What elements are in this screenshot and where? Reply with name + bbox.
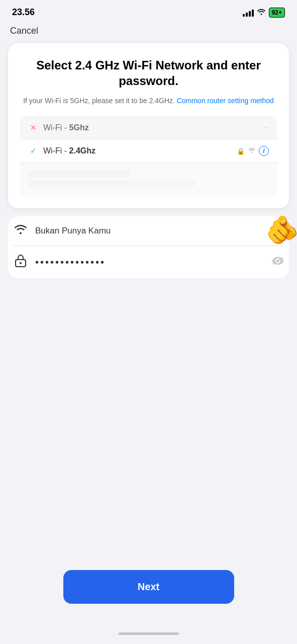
network-status-x-icon: ✕ [28,123,38,132]
status-bar: 23.56 92+ [0,0,297,22]
status-time: 23.56 [12,7,35,18]
network-item-2-4ghz[interactable]: ✓ Wi-Fi - 2.4Ghz 🔒 i [20,139,277,163]
network-lock-icon: 🔒 [237,147,245,155]
swap-icon[interactable]: ⇄ [276,225,284,236]
placeholder-row-short [28,170,131,177]
signal-bars-icon [243,9,254,17]
page-wrapper: 23.56 92+ Cancel [0,0,297,644]
status-icons: 92+ [243,8,285,18]
wifi-field-icon [13,224,28,237]
placeholder-row-long [28,180,195,187]
password-toggle-icon[interactable] [272,257,284,268]
network-icons-2-4ghz: 🔒 i [237,146,269,156]
router-setting-link[interactable]: Common router setting method [177,97,274,105]
network-more-icon: ⋯ [261,123,269,132]
cancel-button[interactable]: Cancel [10,24,38,38]
network-name-2-4ghz: Wi-Fi - 2.4Ghz [43,146,232,155]
network-icons-5ghz: ⋯ [261,123,269,132]
wifi-field-value: Bukan Punya Kamu [35,226,284,236]
network-name-5ghz: Wi-Fi - 5Ghz [43,123,256,132]
cancel-row: Cancel [0,22,297,43]
fields-card: Bukan Punya Kamu 🫵 ⇄ •••••••••••••• [8,216,289,278]
card-subtitle: If your Wi-Fi is 5GHz, please set it to … [20,96,277,106]
network-wifi-icon [248,147,256,155]
battery-indicator: 92+ [269,8,285,18]
password-field-value: •••••••••••••• [35,257,284,268]
network-info-button[interactable]: i [259,146,269,156]
next-button[interactable]: Next [63,570,234,604]
network-placeholder-area [20,163,277,196]
subtitle-text: If your Wi-Fi is 5GHz, please set it to … [23,97,175,105]
next-button-container: Next [0,570,297,604]
svg-point-1 [20,262,22,264]
home-indicator [119,632,179,635]
network-item-5ghz[interactable]: ✕ Wi-Fi - 5Ghz ⋯ [20,116,277,139]
network-status-check-icon: ✓ [28,146,38,155]
card-title: Select 2.4 GHz Wi-Fi Network and enter p… [20,57,277,89]
lock-field-icon [13,254,28,270]
wifi-status-icon [257,8,266,17]
main-card: Select 2.4 GHz Wi-Fi Network and enter p… [8,43,289,208]
wifi-field-row[interactable]: Bukan Punya Kamu 🫵 ⇄ [13,216,284,246]
network-list: ✕ Wi-Fi - 5Ghz ⋯ ✓ Wi-Fi - 2.4Ghz 🔒 [20,116,277,196]
password-field-row[interactable]: •••••••••••••• [13,246,284,278]
